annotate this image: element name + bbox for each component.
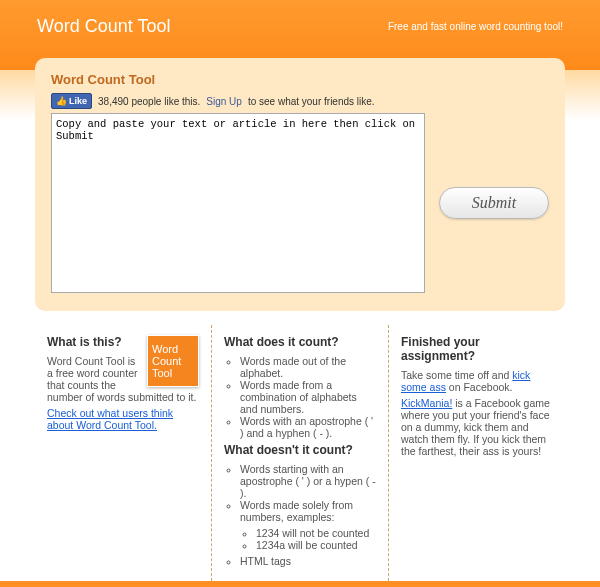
- col3-heading: Finished your assignment?: [401, 335, 553, 363]
- list-item: 1234 will not be counted: [256, 527, 376, 539]
- card-title: Word Count Tool: [51, 72, 549, 87]
- logo-tile-text: Word Count Tool: [152, 343, 194, 379]
- col-what-is-this: Word Count Tool What is this? Word Count…: [35, 325, 211, 581]
- logo-tile: Word Count Tool: [147, 335, 199, 387]
- footer: Copyright © 2006-2016 WordCountTool.com …: [0, 581, 600, 587]
- facebook-like-label: Like: [69, 95, 87, 107]
- col-finished: Finished your assignment? Take some time…: [388, 325, 565, 581]
- list-item: Words made solely from numbers, examples…: [240, 499, 376, 551]
- list-item: Words made out of the alphabet.: [240, 355, 376, 379]
- col-what-counts: What does it count? Words made out of th…: [211, 325, 388, 581]
- not-counts-list: Words starting with an apostrophe ( ' ) …: [224, 463, 376, 567]
- facebook-like-count: 38,490 people like this.: [98, 96, 200, 107]
- list-item-text: Words made solely from numbers, examples…: [240, 499, 353, 523]
- col3-p1: Take some time off and kick some ass on …: [401, 369, 553, 393]
- col2-heading1: What does it count?: [224, 335, 376, 349]
- tagline: Free and fast online word counting tool!: [388, 21, 563, 32]
- user-reviews-link[interactable]: Check out what users think about Word Co…: [47, 407, 173, 431]
- info-columns: Word Count Tool What is this? Word Count…: [35, 325, 565, 581]
- site-title: Word Count Tool: [37, 16, 170, 37]
- submit-button[interactable]: Submit: [439, 187, 549, 219]
- tool-card: Word Count Tool 👍 Like 38,490 people lik…: [35, 58, 565, 311]
- kickmania-link[interactable]: KickMania!: [401, 397, 452, 409]
- counts-list: Words made out of the alphabet. Words ma…: [224, 355, 376, 439]
- facebook-like-button[interactable]: 👍 Like: [51, 93, 92, 109]
- list-item: Words starting with an apostrophe ( ' ) …: [240, 463, 376, 499]
- col2-heading2: What doesn't it count?: [224, 443, 376, 457]
- list-item: HTML tags: [240, 555, 376, 567]
- text-input[interactable]: [51, 113, 425, 293]
- list-item: Words with an apostrophe ( ' ) and a hyp…: [240, 415, 376, 439]
- facebook-signup-tail: to see what your friends like.: [248, 96, 375, 107]
- list-item: 1234a will be counted: [256, 539, 376, 551]
- text: Take some time off and: [401, 369, 512, 381]
- text: on Facebook.: [446, 381, 513, 393]
- tool-row: Submit: [51, 113, 549, 293]
- header: Word Count Tool Free and fast online wor…: [35, 0, 565, 52]
- list-item: Words made from a combination of alphabe…: [240, 379, 376, 415]
- facebook-like-row: 👍 Like 38,490 people like this. Sign Up …: [51, 93, 549, 109]
- facebook-signup-link[interactable]: Sign Up: [206, 96, 242, 107]
- thumbs-up-icon: 👍: [56, 95, 67, 107]
- col3-p2: KickMania! is a Facebook game where you …: [401, 397, 553, 457]
